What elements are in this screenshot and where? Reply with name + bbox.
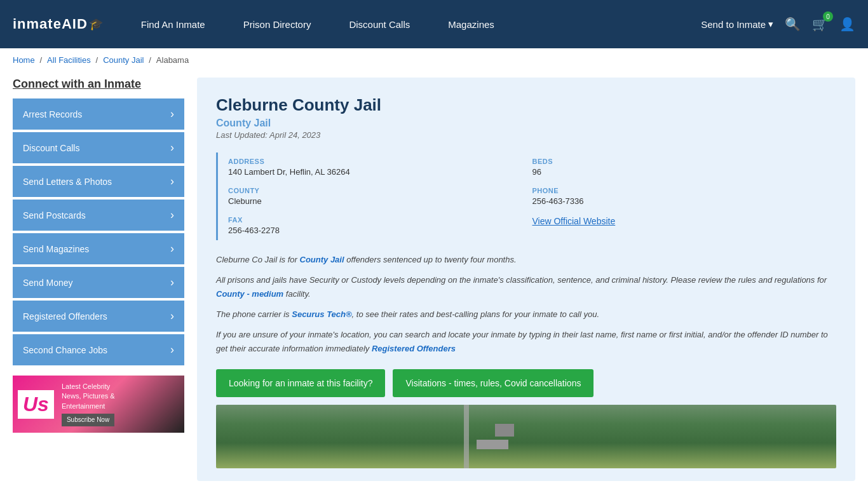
breadcrumb-bar: Home / All Facilities / County Jail / Al… <box>0 48 868 71</box>
breadcrumb: Home / All Facilities / County Jail / Al… <box>13 55 189 65</box>
ad-text: Latest Celebrity News, Pictures & Entert… <box>59 379 118 429</box>
view-official-website-link[interactable]: View Official Website <box>532 216 616 226</box>
search-icon[interactable]: 🔍 <box>785 17 801 32</box>
sidebar-item-discount-calls[interactable]: Discount Calls › <box>13 132 184 163</box>
sidebar-title: Connect with an Inmate <box>13 78 184 91</box>
fax-value: 256-463-2278 <box>228 226 522 235</box>
facility-name: Cleburne County Jail <box>216 95 836 115</box>
securus-tech-link[interactable]: Securus Tech® <box>292 309 351 319</box>
beds-label: BEDS <box>532 158 827 165</box>
nav-magazines[interactable]: Magazines <box>429 0 513 48</box>
sep1: / <box>40 55 43 65</box>
chevron-down-icon: ▾ <box>768 18 773 30</box>
sidebar-item-send-money[interactable]: Send Money › <box>13 267 184 298</box>
desc-paragraph-1: Cleburne Co Jail is for County Jail offe… <box>216 253 836 267</box>
last-updated: Last Updated: April 24, 2023 <box>216 130 836 140</box>
phone-cell: PHONE 256-463-7336 <box>532 182 837 211</box>
sidebar-item-arrest-records[interactable]: Arrest Records › <box>13 98 184 130</box>
looking-for-inmate-button[interactable]: Looking for an inmate at this facility? <box>216 369 385 397</box>
facility-type: County Jail <box>216 118 836 129</box>
sidebar-item-registered-offenders[interactable]: Registered Offenders › <box>13 301 184 332</box>
fax-cell: FAX 256-463-2278 <box>228 211 532 240</box>
beds-value: 96 <box>532 167 827 177</box>
beds-cell: BEDS 96 <box>532 152 837 182</box>
aerial-road-decoration <box>464 405 469 468</box>
county-jail-link-1[interactable]: County Jail <box>300 255 344 264</box>
county-cell: COUNTY Cleburne <box>228 182 532 211</box>
info-grid: ADDRESS 140 Lambert Dr, Heflin, AL 36264… <box>216 152 836 240</box>
desc-paragraph-3: The phone carrier is Securus Tech®, to s… <box>216 308 836 322</box>
sidebar-item-send-letters[interactable]: Send Letters & Photos › <box>13 166 184 197</box>
main-content: Connect with an Inmate Arrest Records › … <box>0 71 868 488</box>
main-nav: Find An Inmate Prison Directory Discount… <box>122 0 701 48</box>
send-to-inmate-button[interactable]: Send to Inmate ▾ <box>701 18 773 30</box>
logo-icon: 🎓 <box>89 17 103 31</box>
county-medium-link[interactable]: County - medium <box>216 289 283 299</box>
chevron-right-icon: › <box>170 242 174 255</box>
ad-subscribe-button[interactable]: Subscribe Now <box>62 414 114 426</box>
chevron-right-icon: › <box>170 276 174 289</box>
sidebar-item-send-magazines[interactable]: Send Magazines › <box>13 233 184 264</box>
nav-prison-directory[interactable]: Prison Directory <box>224 0 330 48</box>
sidebar: Connect with an Inmate Arrest Records › … <box>13 78 184 481</box>
cart-badge: 0 <box>823 11 833 22</box>
chevron-right-icon: › <box>170 309 174 323</box>
breadcrumb-all-facilities[interactable]: All Facilities <box>47 55 91 65</box>
sidebar-item-send-postcards[interactable]: Send Postcards › <box>13 200 184 231</box>
address-value: 140 Lambert Dr, Heflin, AL 36264 <box>228 167 522 177</box>
aerial-building-decoration <box>495 424 514 437</box>
advertisement[interactable]: Us Latest Celebrity News, Pictures & Ent… <box>13 376 184 433</box>
aerial-building2-decoration <box>477 440 508 449</box>
phone-label: PHONE <box>532 187 827 194</box>
phone-value: 256-463-7336 <box>532 196 827 206</box>
user-icon[interactable]: 👤 <box>839 17 855 32</box>
chevron-right-icon: › <box>170 141 174 154</box>
breadcrumb-home[interactable]: Home <box>13 55 35 65</box>
visitations-button[interactable]: Visitations - times, rules, Covid cancel… <box>393 369 593 397</box>
chevron-right-icon: › <box>170 175 174 188</box>
county-value: Cleburne <box>228 196 522 206</box>
fax-label: FAX <box>228 216 522 224</box>
main-header: inmateAID 🎓 Find An Inmate Prison Direct… <box>0 0 868 48</box>
website-cell: View Official Website <box>532 211 837 240</box>
address-label: ADDRESS <box>228 158 522 165</box>
address-cell: ADDRESS 140 Lambert Dr, Heflin, AL 36264 <box>228 152 532 182</box>
header-right: Send to Inmate ▾ 🔍 🛒 0 👤 <box>701 17 855 32</box>
detail-panel: Cleburne County Jail County Jail Last Up… <box>197 78 855 481</box>
nav-find-inmate[interactable]: Find An Inmate <box>122 0 224 48</box>
sidebar-item-second-chance-jobs[interactable]: Second Chance Jobs › <box>13 334 184 365</box>
breadcrumb-state: Alabama <box>156 55 189 65</box>
aerial-photo <box>216 405 836 468</box>
sep3: / <box>149 55 151 65</box>
action-buttons: Looking for an inmate at this facility? … <box>216 369 836 397</box>
cart-button[interactable]: 🛒 0 <box>812 17 828 32</box>
breadcrumb-county-jail[interactable]: County Jail <box>103 55 144 65</box>
chevron-right-icon: › <box>170 107 174 121</box>
logo-text: inmateAID <box>13 16 88 32</box>
logo[interactable]: inmateAID 🎓 <box>13 16 103 32</box>
ad-logo: Us <box>23 393 49 416</box>
desc-paragraph-4: If you are unsure of your inmate's locat… <box>216 328 836 356</box>
sep2: / <box>96 55 98 65</box>
nav-discount-calls[interactable]: Discount Calls <box>330 0 429 48</box>
county-label: COUNTY <box>228 187 522 194</box>
registered-offenders-link[interactable]: Registered Offenders <box>372 344 456 353</box>
chevron-right-icon: › <box>170 343 174 356</box>
desc-paragraph-2: All prisons and jails have Security or C… <box>216 273 836 301</box>
chevron-right-icon: › <box>170 208 174 222</box>
